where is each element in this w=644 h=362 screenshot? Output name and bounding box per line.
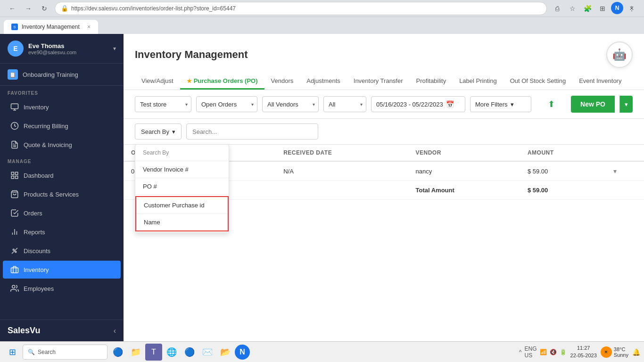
taskbar-app-app1[interactable]: T xyxy=(145,344,162,361)
discounts-icon xyxy=(10,247,19,255)
tab-view-adjust[interactable]: View/Adjust xyxy=(135,74,180,90)
svg-rect-6 xyxy=(11,172,14,174)
main-content: Inventory Management 🤖 View/Adjust ★ Pur… xyxy=(124,34,644,341)
store-select[interactable]: Test store All Stores xyxy=(135,96,191,112)
sidebar-item-label: Employees xyxy=(24,285,54,292)
taskbar-app-chrome2[interactable]: N xyxy=(235,345,250,360)
tab-vendors[interactable]: Vendors xyxy=(264,74,300,90)
tab-favicon: S xyxy=(11,24,18,30)
tab-label-printing[interactable]: Label Printing xyxy=(453,74,504,90)
upload-button[interactable]: ⬆ xyxy=(543,96,559,112)
split-view-icon[interactable]: ⊞ xyxy=(596,2,609,15)
more-filters-dropdown[interactable]: More Filters ▾ xyxy=(470,96,531,112)
dropdown-item-vendor-invoice[interactable]: Vendor Invoice # xyxy=(135,161,229,178)
battery-icon: 🔋 xyxy=(560,349,567,355)
col-vendor: VENDOR xyxy=(408,145,520,161)
chevron-up-icon[interactable]: ^ xyxy=(519,349,522,355)
sidebar-item-label: Products & Services xyxy=(24,191,79,198)
forward-button[interactable]: → xyxy=(22,2,35,15)
col-expand xyxy=(606,145,644,161)
taskbar-app-file-explorer[interactable]: 📁 xyxy=(127,344,144,361)
back-button[interactable]: ← xyxy=(6,2,19,15)
tab-out-of-stock[interactable]: Out Of Stock Setting xyxy=(504,74,573,90)
tab-profitability[interactable]: Profitability xyxy=(410,74,453,90)
search-by-dropdown: Search By Vendor Invoice # PO # Customer… xyxy=(135,144,229,233)
share-icon[interactable]: ⎙ xyxy=(551,2,564,15)
dropdown-item-customer-purchase-id[interactable]: Customer Purchase id xyxy=(136,197,228,214)
taskbar-app-chrome[interactable]: 🔵 xyxy=(181,344,198,361)
vendor-select-wrapper[interactable]: All Vendors xyxy=(262,96,319,112)
sidebar-item-inventory-fav[interactable]: Inventory xyxy=(3,98,121,116)
sidebar-item-orders[interactable]: Orders xyxy=(3,204,121,222)
store-select-wrapper[interactable]: Test store All Stores xyxy=(135,96,191,112)
new-po-dropdown-button[interactable]: ▾ xyxy=(619,96,633,113)
dropdown-item-po-number[interactable]: PO # xyxy=(135,178,229,195)
inventory-active-icon xyxy=(10,265,19,274)
address-bar[interactable]: 🔒 https://dev.salesvu.com/inventories/or… xyxy=(55,2,547,15)
status-select[interactable]: All Received Pending xyxy=(323,96,366,112)
sidebar-item-recurring-billing[interactable]: Recurring Billing xyxy=(3,117,121,135)
tab-purchase-orders[interactable]: ★ Purchase Orders (PO) xyxy=(180,74,264,90)
star-icon: ★ xyxy=(187,78,192,84)
svg-rect-8 xyxy=(16,176,18,179)
status-select-wrapper[interactable]: All Received Pending xyxy=(323,96,366,112)
user-info: Eve Thomas eve90@salesvu.com xyxy=(28,42,108,55)
weather-icon: ☀ xyxy=(601,346,612,358)
user-email: eve90@salesvu.com xyxy=(28,49,108,55)
sidebar-item-label: Discounts xyxy=(24,247,50,255)
col-received-date: RECEIVED DATE xyxy=(276,145,408,161)
sidebar-item-reports[interactable]: Reports xyxy=(3,223,121,241)
tab-adjustments[interactable]: Adjustments xyxy=(300,74,347,90)
close-button[interactable]: × xyxy=(625,2,638,15)
dropdown-item-name[interactable]: Name xyxy=(136,214,228,230)
page-title-row: Inventory Management 🤖 xyxy=(135,41,633,68)
order-status-select-wrapper[interactable]: Open Orders Closed Orders All Orders xyxy=(196,96,257,112)
browser-profile[interactable]: N xyxy=(611,2,623,14)
sidebar-item-employees[interactable]: Employees xyxy=(3,280,121,297)
cell-expand[interactable]: ▾ xyxy=(606,161,644,181)
taskbar-app-mail[interactable]: ✉️ xyxy=(199,344,216,361)
weather-condition: Sunny xyxy=(614,352,628,358)
tab-close-icon[interactable]: × xyxy=(87,24,91,30)
tab-inventory-transfer[interactable]: Inventory Transfer xyxy=(347,74,410,90)
taskbar-app-files[interactable]: 📂 xyxy=(217,344,234,361)
refresh-button[interactable]: ↻ xyxy=(38,2,51,15)
extensions-icon[interactable]: 🧩 xyxy=(581,2,594,15)
sidebar-item-onboarding[interactable]: 📋 Onboarding Training xyxy=(0,64,124,86)
order-status-select[interactable]: Open Orders Closed Orders All Orders xyxy=(196,96,257,112)
sidebar-item-quote-invoicing[interactable]: Quote & Invoicing xyxy=(3,136,121,154)
sidebar-item-products-services[interactable]: Products & Services xyxy=(3,185,121,203)
volume-icon[interactable]: 🔇 xyxy=(550,349,557,355)
page-title: Inventory Management xyxy=(135,49,248,61)
chatbot-icon[interactable]: 🤖 xyxy=(606,41,633,68)
collapse-sidebar-button[interactable]: ‹ xyxy=(114,327,116,335)
total-label: Total Amount xyxy=(408,181,520,200)
wifi-icon[interactable]: 📶 xyxy=(540,349,547,355)
taskbar-search-label: Search xyxy=(38,349,56,355)
dropdown-item-search-by[interactable]: Search By xyxy=(135,145,229,161)
vendor-select[interactable]: All Vendors xyxy=(262,96,319,112)
search-input[interactable] xyxy=(186,123,318,140)
start-button[interactable]: ⊞ xyxy=(4,344,21,361)
new-po-button[interactable]: New PO xyxy=(571,96,615,113)
taskbar-app-cortana[interactable]: 🔵 xyxy=(109,344,126,361)
notification-icon[interactable]: 🔔 xyxy=(632,348,640,356)
browser-tab[interactable]: S Inventory Management × xyxy=(4,20,98,34)
taskbar-app-edge[interactable]: 🌐 xyxy=(163,344,180,361)
svg-point-15 xyxy=(15,251,17,253)
upload-icon: ⬆ xyxy=(548,99,555,109)
sidebar-item-discounts[interactable]: Discounts xyxy=(3,242,121,260)
search-by-button[interactable]: Search By ▾ xyxy=(135,123,182,140)
date-range-filter[interactable]: 05/16/2023 - 05/22/2023 📅 xyxy=(371,96,465,112)
taskbar-search-icon: 🔍 xyxy=(28,349,35,355)
search-row: Search By ▾ Search By Vendor Invoice # P… xyxy=(124,119,644,145)
star-icon[interactable]: ☆ xyxy=(566,2,579,15)
user-menu[interactable]: E Eve Thomas eve90@salesvu.com ▾ xyxy=(0,34,124,64)
nav-tabs: View/Adjust ★ Purchase Orders (PO) Vendo… xyxy=(135,74,633,90)
taskbar-search[interactable]: 🔍 Search xyxy=(23,345,107,360)
chevron-down-icon: ▾ xyxy=(511,101,514,108)
sidebar-item-dashboard[interactable]: Dashboard xyxy=(3,166,121,184)
app-container: E Eve Thomas eve90@salesvu.com ▾ 📋 Onboa… xyxy=(0,34,644,341)
tab-event-inventory[interactable]: Event Inventory xyxy=(572,74,628,90)
sidebar-item-inventory[interactable]: Inventory xyxy=(3,261,121,279)
